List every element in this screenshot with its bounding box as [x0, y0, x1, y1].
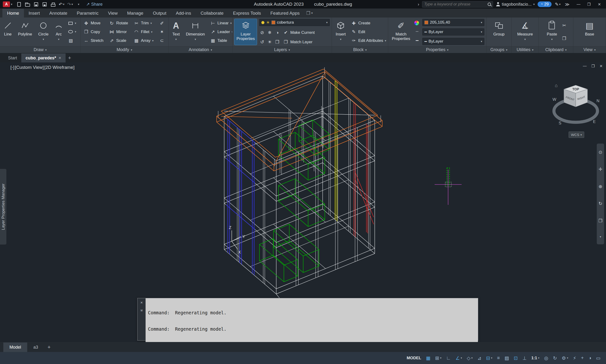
full-navigation-wheel-icon[interactable]: ⊙ [599, 149, 603, 155]
base-view-button[interactable]: ▤ Base [583, 19, 596, 45]
dimension-button[interactable]: Dimension ▾ [184, 19, 207, 45]
wireframe-model[interactable]: ZYX [216, 67, 462, 302]
tab-collaborate[interactable]: Collaborate [196, 9, 228, 17]
layer-lock-icon[interactable]: ❐ [274, 39, 280, 45]
tab-view[interactable]: View [103, 9, 122, 17]
viewport-close-icon[interactable]: ✕ [600, 64, 603, 68]
panel-label-clipboard[interactable]: Clipboard▾ [539, 46, 573, 53]
measure-button[interactable]: ∡ Measure ▾ [515, 19, 535, 45]
new-file-button[interactable] [16, 1, 22, 8]
make-current-button[interactable]: ✔Make Current [282, 30, 316, 36]
object-snap-toggle[interactable]: ⊟▾ [484, 354, 494, 362]
cut-icon[interactable]: ✂ [561, 23, 567, 28]
minimize-button[interactable]: — [573, 0, 584, 9]
color-wheel-icon[interactable] [414, 21, 419, 25]
autoscale-toggle[interactable]: ↻ [551, 354, 559, 362]
new-layout-button[interactable]: + [44, 342, 54, 352]
tab-parametric[interactable]: Parametric [72, 9, 103, 17]
ribbon-display-toggle[interactable]: ❐▾ [306, 9, 313, 17]
search-expand-icon[interactable]: › [418, 2, 419, 7]
panel-label-layers[interactable]: Layers▾ [232, 46, 332, 53]
compass-north-label[interactable]: N [596, 99, 599, 103]
save-as-button[interactable] [41, 1, 48, 8]
viewcube[interactable]: ⌂ TOP FRONT RIGHT N E S W [552, 83, 599, 125]
create-block-button[interactable]: ✚Create [350, 20, 387, 26]
layer-properties-palette-tab[interactable]: Layer Properties Manager [0, 169, 7, 245]
search-input[interactable] [424, 2, 486, 7]
layer-freeze-icon[interactable]: ❄ [267, 30, 272, 35]
layer-unisolate-icon[interactable]: ↺ [259, 39, 265, 45]
tab-annotate[interactable]: Annotate [44, 9, 72, 17]
explode-button[interactable]: ✶ [158, 29, 166, 35]
zoom-extents-icon[interactable]: ⊕ [599, 184, 603, 189]
new-tab-button[interactable]: + [66, 53, 74, 63]
titlebar-overflow-button[interactable]: ≫ [564, 1, 570, 8]
annotation-visibility-toggle[interactable]: ◎ [542, 354, 550, 362]
mirror-button[interactable]: ⋈Mirror [108, 29, 130, 35]
layer-thaw-all-icon[interactable]: ☀ [267, 39, 272, 45]
drawing-canvas[interactable]: ZYX ⌂ TOP FRONT RIGHT N E S W [-] [Custo… [0, 63, 606, 342]
model-space-button[interactable]: MODEL [404, 354, 423, 362]
panel-label-utilities[interactable]: Utilities▾ [512, 46, 539, 53]
linetype-select[interactable]: ━ ByLayer ▾ [422, 28, 484, 36]
array-button[interactable]: ▦Array▾ [133, 38, 155, 43]
annotation-scale-button[interactable]: 1:1▾ [529, 354, 541, 362]
grid-display-toggle[interactable]: ▦ [424, 354, 432, 362]
rotate-button[interactable]: ↻Rotate [108, 20, 130, 26]
compass-south-label[interactable]: S [559, 121, 561, 125]
layer-on-bulb-icon[interactable] [261, 21, 264, 24]
command-line-window[interactable]: ✕ ⚒ Command: Regenerating model. Command… [137, 298, 478, 341]
workspace-switching-button[interactable]: ⚙▾ [560, 354, 570, 362]
isolate-objects-button[interactable]: ◑ [586, 354, 593, 362]
layer-thaw-icon[interactable]: ☀ [266, 20, 270, 25]
edit-attributes-button[interactable]: ✑Edit Attributes▾ [350, 38, 387, 43]
tab-featured-apps[interactable]: Featured Apps [266, 9, 304, 17]
circle-button[interactable]: Circle ▾ [37, 19, 50, 45]
autodesk-app-store-button[interactable]: ✎▾ [554, 1, 561, 8]
line-button[interactable]: Line [2, 19, 14, 45]
tab-express-tools[interactable]: Express Tools [228, 9, 266, 17]
application-menu-button[interactable]: A ▾ [1, 1, 14, 8]
close-command-icon[interactable]: ✕ [140, 300, 143, 305]
panel-label-view[interactable]: View▾ [573, 46, 606, 53]
linear-button[interactable]: ⊢Linear▾ [209, 20, 233, 26]
linetype-icon[interactable]: ┄ [414, 29, 420, 34]
layer-off-icon[interactable]: ⊘ [259, 30, 265, 35]
file-tab-document[interactable]: cubo_paredes* ✕ [21, 53, 66, 63]
showmotion-icon[interactable]: ❐ [598, 218, 603, 223]
chevron-down-icon[interactable]: ▾ [600, 235, 601, 238]
erase-button[interactable]: ✐ [158, 20, 166, 26]
object-snap-tracking-toggle[interactable]: ⊿ [475, 354, 484, 362]
maximize-button[interactable]: ❐ [584, 0, 594, 9]
group-button[interactable]: Group [491, 19, 506, 45]
viewport-restore-icon[interactable]: ❐ [591, 64, 595, 68]
tab-manage[interactable]: Manage [122, 9, 148, 17]
snap-mode-toggle[interactable]: ⊞▾ [433, 354, 443, 362]
trial-days-badge[interactable]: ◔ 29 [538, 1, 552, 7]
text-button[interactable]: A Text ▾ [170, 19, 182, 45]
tab-add-ins[interactable]: Add-ins [171, 9, 196, 17]
search-icon[interactable] [488, 3, 491, 6]
ellipse-button[interactable]: ▾ [67, 29, 77, 35]
insert-block-button[interactable]: Insert ▾ [334, 19, 348, 45]
offset-button[interactable]: ⊂ [158, 38, 166, 43]
scale-button[interactable]: ⇗Scale [108, 38, 130, 43]
arc-button[interactable]: Arc ▾ [53, 19, 65, 45]
trim-button[interactable]: ✂Trim▾ [133, 20, 155, 26]
tab-output[interactable]: Output [148, 9, 171, 17]
wcs-button[interactable]: WCS ▾ [569, 131, 584, 138]
lineweight-icon[interactable]: ━ [414, 38, 420, 43]
polar-tracking-toggle[interactable]: ∠▾ [453, 354, 464, 362]
panel-label-draw[interactable]: Draw▾ [0, 46, 80, 53]
save-button[interactable] [33, 1, 39, 8]
viewcube-home-icon[interactable]: ⌂ [555, 83, 558, 88]
layer-properties-button[interactable]: Layer Properties [234, 19, 257, 45]
layer-color-chip[interactable] [271, 21, 275, 24]
open-file-button[interactable] [24, 1, 31, 8]
ortho-mode-toggle[interactable]: ∟ [444, 354, 453, 362]
command-window-grip[interactable]: ✕ ⚒ [137, 298, 146, 340]
tab-insert[interactable]: Insert [24, 9, 45, 17]
match-properties-button[interactable]: ✐ Match Properties [390, 19, 412, 45]
edit-block-button[interactable]: ✎Edit [350, 29, 387, 35]
undo-button[interactable]: ↶▾ [58, 1, 65, 8]
